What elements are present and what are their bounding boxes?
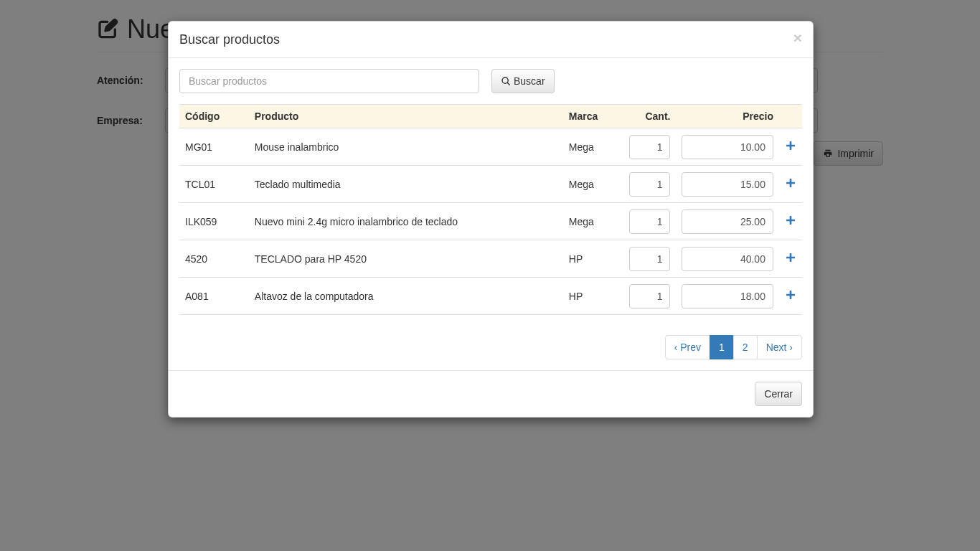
cell-add [779,203,802,240]
qty-input[interactable] [629,247,671,271]
modal-header: Buscar productos × [169,22,813,58]
th-product: Producto [249,105,563,128]
cell-code: MG01 [179,128,249,166]
th-qty: Cant. [623,105,677,128]
svg-rect-7 [786,220,795,222]
cell-add [779,240,802,278]
qty-input[interactable] [629,172,671,197]
search-input[interactable] [179,69,479,93]
pagination-prev[interactable]: ‹ Prev [665,335,710,359]
cell-brand: HP [563,278,623,315]
modal-title: Buscar productos [179,32,802,47]
price-input[interactable] [682,247,773,271]
cell-add [779,278,802,315]
add-button[interactable] [785,140,796,154]
cell-brand: Mega [563,203,623,240]
cell-qty [623,166,677,203]
add-button[interactable] [785,215,796,228]
qty-input[interactable] [629,135,671,159]
add-button[interactable] [785,252,796,265]
svg-rect-11 [786,294,795,296]
cell-code: A081 [179,278,249,315]
cell-price [676,240,778,278]
table-row: A081Altavoz de la computadoraHP [179,278,802,315]
cell-add [779,128,802,166]
table-row: TCL01Teclado multimediaMega [179,166,802,203]
products-table: Código Producto Marca Cant. Precio MG01M… [179,104,802,315]
cell-product: Altavoz de la computadora [249,278,563,315]
cell-product: Mouse inalambrico [249,128,563,166]
cell-code: 4520 [179,240,249,278]
price-input[interactable] [682,172,773,197]
svg-rect-3 [786,145,795,147]
add-button[interactable] [785,289,796,303]
pagination-page[interactable]: 1 [710,335,734,359]
cell-product: TECLADO para HP 4520 [249,240,563,278]
price-input[interactable] [682,284,773,309]
pagination-next[interactable]: Next › [757,335,802,359]
cell-product: Teclado multimedia [249,166,563,203]
cell-code: ILK059 [179,203,249,240]
cell-brand: HP [563,240,623,278]
table-row: ILK059Nuevo mini 2.4g micro inalambrico … [179,203,802,240]
svg-line-1 [507,83,509,85]
cell-product: Nuevo mini 2.4g micro inalambrico de tec… [249,203,563,240]
qty-input[interactable] [629,209,671,234]
cell-price [676,166,778,203]
th-brand: Marca [563,105,623,128]
cell-qty [623,203,677,240]
modal-footer: Cerrar [169,370,813,417]
cell-price [676,278,778,315]
plus-icon [785,252,796,265]
search-button-label: Buscar [514,75,545,87]
pagination-page[interactable]: 2 [733,335,758,359]
th-price: Precio [676,105,778,128]
cell-price [676,128,778,166]
add-button[interactable] [785,177,796,191]
search-products-modal: Buscar productos × Buscar Código Product… [168,21,814,418]
search-row: Buscar [179,69,802,93]
cell-code: TCL01 [179,166,249,203]
svg-rect-5 [786,182,795,184]
search-button[interactable]: Buscar [491,69,555,93]
cell-qty [623,278,677,315]
th-code: Código [179,105,249,128]
modal-body: Buscar Código Producto Marca Cant. Preci… [169,58,813,370]
price-input[interactable] [682,209,773,234]
plus-icon [785,289,796,303]
cell-qty [623,128,677,166]
close-button[interactable]: Cerrar [755,382,802,406]
table-row: MG01Mouse inalambricoMega [179,128,802,166]
cell-add [779,166,802,203]
pagination: ‹ Prev 12 Next › [179,335,802,359]
qty-input[interactable] [629,284,671,309]
plus-icon [785,215,796,228]
plus-icon [785,140,796,154]
plus-icon [785,177,796,191]
cell-brand: Mega [563,166,623,203]
search-icon [501,76,511,86]
cell-price [676,203,778,240]
close-icon[interactable]: × [793,30,802,45]
table-row: 4520TECLADO para HP 4520HP [179,240,802,278]
th-add [779,105,802,128]
cell-qty [623,240,677,278]
price-input[interactable] [682,135,773,159]
svg-rect-9 [786,257,795,259]
cell-brand: Mega [563,128,623,166]
